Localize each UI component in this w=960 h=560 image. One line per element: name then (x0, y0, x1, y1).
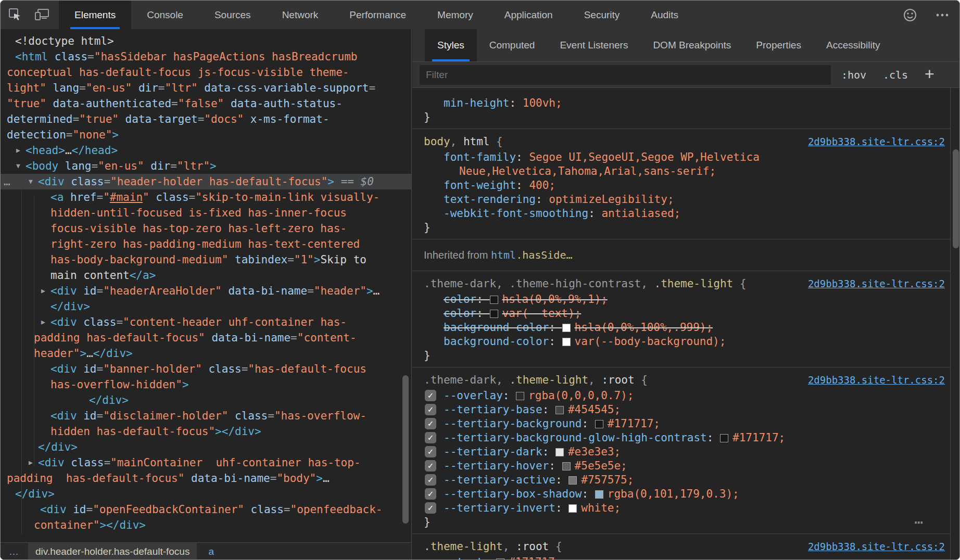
dom-tree-line[interactable]: ▶<div class="content-header uhf-containe… (1, 314, 411, 330)
property-checkbox[interactable]: ✓ (425, 502, 436, 514)
stylesheet-link[interactable]: 2d9bb338.site-ltr.css:2 (808, 538, 945, 555)
dom-tree-line[interactable]: detection="none"> (1, 127, 411, 143)
collapse-arrow-icon[interactable]: ▼ (13, 158, 23, 174)
feedback-smiley-icon[interactable] (902, 7, 920, 23)
styles-tab-event-listeners[interactable]: Event Listeners (547, 29, 640, 61)
breadcrumb-item[interactable]: div.header-holder.has-default-focus (28, 543, 197, 560)
color-swatch[interactable] (720, 434, 728, 442)
color-swatch[interactable] (595, 490, 603, 499)
dom-tree-line[interactable]: determined="true" data-target="docs" x-m… (1, 111, 411, 127)
dom-tree-line[interactable]: "true" data-authenticated="false" data-a… (1, 96, 411, 111)
hov-toggle[interactable]: :hov (841, 62, 866, 88)
dom-tree-line[interactable]: </div> (1, 392, 411, 408)
css-selector[interactable]: .theme-dark, .theme-high-contrast, .them… (412, 275, 950, 292)
dom-tree-line[interactable]: focus-visible has-top-zero has-left-zero… (1, 221, 411, 236)
css-property[interactable]: ✓--tertiary-active: #757575; (412, 473, 950, 487)
expand-arrow-icon[interactable]: ▶ (38, 283, 48, 299)
dom-tree-line-selected[interactable]: ▼…<div class="header-holder has-default-… (1, 174, 411, 189)
property-checkbox[interactable]: ✓ (425, 390, 436, 401)
stylesheet-link[interactable]: 2d9bb338.site-ltr.css:2 (808, 133, 945, 150)
dom-tree-line[interactable]: ▼<body lang="en-us" dir="ltr"> (1, 158, 411, 174)
color-swatch[interactable] (555, 406, 564, 414)
dom-tree-line[interactable]: main content</a> (1, 268, 411, 283)
css-property[interactable]: ✓--tertiary-box-shadow: rgba(0,101,179,0… (412, 487, 950, 501)
css-property[interactable]: ✓--tertiary-hover: #5e5e5e; (412, 459, 950, 473)
dom-tree-line[interactable]: <div id="banner-holder" class="has-defau… (1, 361, 411, 377)
color-swatch[interactable] (569, 476, 577, 485)
color-swatch[interactable] (516, 392, 524, 400)
more-options-icon[interactable] (933, 7, 951, 23)
css-selector[interactable]: .theme-dark, .theme-light, :root {2d9bb3… (412, 372, 950, 389)
css-selector[interactable]: body, html {2d9bb338.site-ltr.css:2 (412, 133, 950, 150)
overflow-indicator[interactable]: … (4, 174, 10, 189)
collapse-arrow-icon[interactable]: ▼ (26, 174, 36, 189)
inspect-icon[interactable] (8, 7, 26, 23)
css-property[interactable]: ✓--tertiary-base: #454545; (412, 403, 950, 417)
styles-scrollbar-thumb[interactable] (953, 149, 959, 248)
color-swatch[interactable] (562, 324, 571, 332)
styles-tab-accessibility[interactable]: Accessibility (814, 29, 892, 61)
styles-tab-styles[interactable]: Styles (425, 29, 477, 61)
css-property[interactable]: ✓--tertiary-dark: #e3e3e3; (412, 445, 950, 459)
dom-tree-line[interactable]: conceptual has-default-focus js-focus-vi… (1, 65, 411, 80)
color-swatch[interactable] (569, 504, 577, 513)
css-property[interactable]: color: hsla(0,0%,9%,1); (412, 292, 950, 307)
dom-tree-line[interactable]: right-zero has-padding-medium has-text-c… (1, 236, 411, 252)
tab-performance[interactable]: Performance (334, 1, 422, 29)
expand-arrow-icon[interactable]: ▶ (13, 143, 23, 158)
dom-tree-line[interactable]: padding has-default-focus" data-bi-name=… (1, 470, 411, 486)
color-swatch[interactable] (490, 310, 498, 318)
color-swatch[interactable] (562, 462, 571, 470)
property-checkbox[interactable]: ✓ (425, 474, 436, 486)
device-toolbar-icon[interactable] (34, 7, 52, 23)
styles-tab-dom-breakpoints[interactable]: DOM Breakpoints (640, 29, 743, 61)
property-checkbox[interactable]: ✓ (425, 418, 436, 429)
tab-application[interactable]: Application (489, 1, 569, 29)
css-property[interactable]: font-family: Segoe UI,SegoeUI,Segoe WP,H… (412, 150, 950, 164)
tab-console[interactable]: Console (131, 1, 199, 29)
css-property[interactable]: ✓--tertiary-background: #171717; (412, 417, 950, 431)
dom-tree-line[interactable]: <html class="hasSidebar hasPageActions h… (1, 49, 411, 65)
color-swatch[interactable] (555, 448, 564, 456)
dom-tree-line[interactable]: <div id="openFeedbackContainer" class="o… (1, 502, 411, 517)
css-property[interactable]: ✓--overlay: rgba(0,0,0,0.7); (412, 389, 950, 403)
tab-network[interactable]: Network (267, 1, 334, 29)
inherited-node-tag[interactable]: html (491, 249, 516, 261)
css-property[interactable]: background-color: var(--body-background)… (412, 335, 950, 349)
property-checkbox[interactable]: ✓ (425, 446, 436, 457)
dom-tree-line[interactable]: </div> (1, 439, 411, 455)
stylesheet-link[interactable]: 2d9bb338.site-ltr.css:2 (808, 275, 945, 292)
property-checkbox[interactable]: ✓ (425, 404, 436, 415)
color-swatch[interactable] (562, 338, 571, 346)
tab-security[interactable]: Security (569, 1, 636, 29)
css-property[interactable]: ✓--tertiary-background-glow-high-contras… (412, 431, 950, 445)
dom-tree-line[interactable]: </div> (1, 299, 411, 314)
css-property[interactable]: font-weight: 400; (412, 179, 950, 193)
css-property[interactable]: background-color: hsla(0,0%,100%,.999); (412, 321, 950, 335)
dom-tree-line[interactable]: <div id="disclaimer-holder" class="has-o… (1, 408, 411, 424)
dom-tree-line[interactable]: ▶<div class="mainContainer uhf-container… (1, 455, 411, 470)
tab-elements[interactable]: Elements (59, 1, 131, 29)
css-selector[interactable]: .theme-light, :root {2d9bb338.site-ltr.c… (412, 538, 950, 555)
new-rule-button[interactable]: + (925, 62, 934, 88)
styles-tab-computed[interactable]: Computed (477, 29, 548, 61)
filter-input[interactable] (420, 65, 831, 85)
dom-tree-line[interactable]: hidden has-default-focus"></div> (1, 424, 411, 439)
dom-tree-line[interactable]: <!doctype html> (1, 33, 411, 49)
property-checkbox[interactable]: ✓ (425, 488, 436, 500)
dom-tree-line[interactable]: ▶<div id="headerAreaHolder" data-bi-name… (1, 283, 411, 299)
dom-tree-line[interactable]: ▶<head>…</head> (1, 143, 411, 158)
dom-tree-line[interactable]: </div> (1, 486, 411, 502)
tab-audits[interactable]: Audits (635, 1, 694, 29)
dom-tree-line[interactable]: <a href="#main" class="skip-to-main-link… (1, 189, 411, 205)
tab-memory[interactable]: Memory (422, 1, 489, 29)
styles-scrollbar-track[interactable] (950, 88, 960, 560)
stylesheet-link[interactable]: 2d9bb338.site-ltr.css:2 (808, 372, 945, 389)
color-swatch[interactable] (490, 296, 498, 304)
css-property[interactable]: text-rendering: optimizeLegibility; (412, 193, 950, 207)
expand-arrow-icon[interactable]: ▶ (26, 455, 36, 470)
css-property[interactable]: --text: #171717; (412, 555, 950, 560)
breadcrumb-overflow[interactable]: … (9, 546, 19, 557)
dom-tree-line[interactable]: has-body-background-medium" tabindex="1"… (1, 252, 411, 268)
dom-tree-line[interactable]: hidden-until-focused is-fixed has-inner-… (1, 205, 411, 221)
